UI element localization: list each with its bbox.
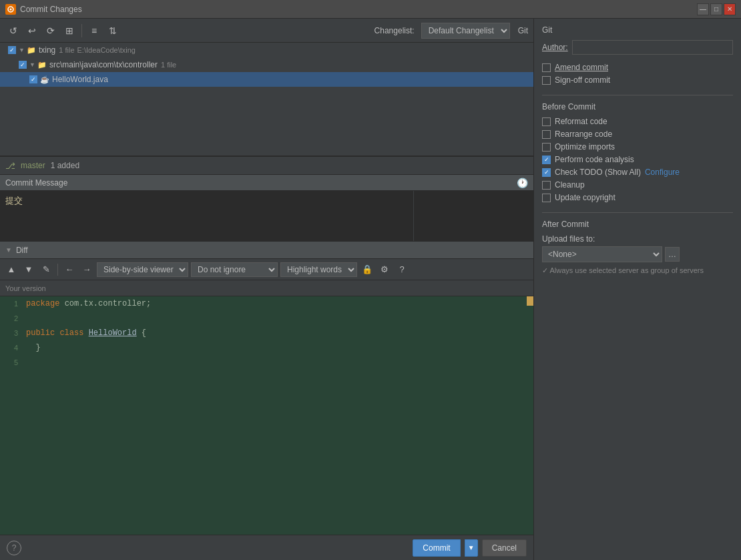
tree-checkbox-txing[interactable]: ✓	[8, 46, 16, 54]
diff-title: Diff	[16, 246, 28, 255]
analyze-checkbox[interactable]: ✓	[542, 156, 551, 164]
cleanup-checkbox[interactable]	[542, 181, 551, 190]
diff-header[interactable]: ▼ Diff	[0, 242, 533, 259]
tree-checkbox-controller[interactable]: ✓	[19, 61, 27, 69]
line-num-4: 4	[0, 344, 23, 352]
undo-button[interactable]: ↩	[24, 23, 40, 39]
main-toolbar: ↺ ↩ ⟳ ⊞ ≡ ⇅ Changelist: Default Changeli…	[0, 19, 533, 43]
diff-content: Your version 1 package com.tx.controller…	[0, 280, 533, 535]
tree-checkbox-helloworld[interactable]: ✓	[29, 75, 37, 83]
commit-msg-left: 提交	[0, 191, 413, 241]
close-button[interactable]: ✕	[724, 3, 736, 15]
cancel-button[interactable]: Cancel	[482, 539, 527, 557]
app-icon	[5, 4, 16, 15]
diff-marker	[527, 296, 533, 306]
code-line-3: 3 public class HelloWorld {	[0, 326, 533, 340]
tree-item-helloworld[interactable]: ✓ ☕ HelloWorld.java	[0, 72, 533, 87]
amend-checkbox[interactable]	[542, 63, 551, 72]
copyright-row: Update copyright	[542, 193, 733, 202]
optimize-checkbox[interactable]	[542, 143, 551, 152]
help-diff-button[interactable]: ?	[395, 262, 409, 277]
lock-button[interactable]: 🔒	[360, 262, 375, 277]
git-label: Git	[518, 26, 528, 35]
code-line-1: 1 package com.tx.controller;	[0, 296, 533, 311]
author-input[interactable]	[572, 40, 733, 55]
prev-diff-button[interactable]: ←	[62, 262, 77, 277]
right-panel: Git Author: Amend commit Sign-off commit…	[534, 19, 741, 560]
tree-arrow-controller: ▼	[29, 61, 35, 68]
commit-msg-label: Commit Message	[5, 178, 67, 188]
viewer-select[interactable]: Side-by-side viewer Unified viewer	[97, 262, 188, 277]
maximize-button[interactable]: □	[710, 3, 722, 15]
changelist-label: Changelist:	[375, 26, 415, 35]
svg-point-1	[10, 8, 12, 10]
commit-button[interactable]: Commit	[413, 539, 460, 557]
always-use-label: ✓ Always use selected server as group of…	[542, 266, 733, 275]
commit-msg-header: Commit Message 🕐	[0, 175, 533, 191]
changelist-select[interactable]: Default Changelist	[421, 23, 510, 39]
tree-item-txing[interactable]: ✓ ▼ 📁 txing 1 file E:\IdeaCode\txing	[0, 43, 533, 57]
main-layout: ↺ ↩ ⟳ ⊞ ≡ ⇅ Changelist: Default Changeli…	[0, 19, 741, 560]
diff-tb-sep	[57, 264, 58, 276]
author-label: Author:	[542, 43, 568, 52]
diff-toolbar: ▲ ▼ ✎ ← → Side-by-side viewer Unified vi…	[0, 259, 533, 280]
line-content-4: }	[23, 343, 41, 352]
checktodo-row: ✓ Check TODO (Show All) Configure	[542, 168, 733, 177]
signoff-commit-row: Sign-off commit	[542, 75, 733, 85]
title-bar: Commit Changes — □ ✕	[0, 0, 741, 19]
line-num-5: 5	[0, 358, 23, 366]
line-num-3: 3	[0, 329, 23, 337]
next-diff-button[interactable]: →	[79, 262, 94, 277]
reformat-label: Reformat code	[555, 117, 607, 126]
filter-button[interactable]: ⇅	[105, 23, 121, 39]
prev-change-button[interactable]: ▲	[4, 262, 19, 277]
diff-your-version-label: Your version	[0, 280, 533, 296]
code-line-2: 2	[0, 311, 533, 326]
upload-select[interactable]: <None> GitHub FTP	[542, 246, 662, 262]
rearrange-checkbox[interactable]	[542, 130, 551, 139]
tree-name-helloworld: HelloWorld.java	[52, 75, 108, 84]
git-section-title: Git	[542, 25, 733, 35]
help-button[interactable]: ?	[7, 541, 21, 555]
sort-button[interactable]: ≡	[86, 23, 102, 39]
branch-icon: ⎇	[5, 161, 15, 171]
analyze-row: ✓ Perform code analysis	[542, 155, 733, 164]
optimize-row: Optimize imports	[542, 142, 733, 152]
file-tree: ✓ ▼ 📁 txing 1 file E:\IdeaCode\txing ✓ ▼…	[0, 43, 533, 156]
configure-link[interactable]: Configure	[645, 168, 680, 177]
checktodo-label: Check TODO (Show All)	[555, 168, 641, 177]
commit-dropdown-button[interactable]: ▼	[465, 539, 478, 557]
left-panel: ↺ ↩ ⟳ ⊞ ≡ ⇅ Changelist: Default Changeli…	[0, 19, 534, 560]
refresh-button[interactable]: ↺	[5, 23, 21, 39]
status-bar: ⎇ master 1 added	[0, 156, 533, 175]
minimize-button[interactable]: —	[697, 3, 709, 15]
before-commit-heading: Before Commit	[542, 102, 733, 111]
checktodo-checkbox[interactable]: ✓	[542, 168, 551, 177]
history-icon[interactable]: 🕐	[517, 178, 528, 188]
signoff-checkbox[interactable]	[542, 76, 551, 85]
settings-button[interactable]: ⚙	[377, 262, 392, 277]
cleanup-row: Cleanup	[542, 180, 733, 190]
tree-count-controller: 1 file	[161, 61, 176, 69]
copyright-checkbox[interactable]	[542, 194, 551, 202]
commit-message-section: Commit Message 🕐 提交	[0, 175, 533, 242]
amend-commit-row: Amend commit	[542, 63, 733, 72]
tree-item-controller[interactable]: ✓ ▼ 📁 src\main\java\com\tx\controller 1 …	[0, 57, 533, 72]
diff-button[interactable]: ⟳	[43, 23, 59, 39]
reformat-checkbox[interactable]	[542, 117, 551, 126]
commit-msg-input[interactable]: 提交	[0, 191, 413, 241]
upload-more-button[interactable]: …	[665, 247, 680, 262]
code-line-5: 5	[0, 355, 533, 370]
ignore-select[interactable]: Do not ignore Ignore whitespace	[191, 262, 278, 277]
group-button[interactable]: ⊞	[61, 23, 77, 39]
edit-source-button[interactable]: ✎	[39, 262, 53, 277]
diff-code-area: 1 package com.tx.controller; 2 3 public …	[0, 296, 533, 535]
analyze-label: Perform code analysis	[555, 155, 634, 164]
next-change-button[interactable]: ▼	[21, 262, 36, 277]
tree-arrow-txing: ▼	[19, 47, 25, 53]
folder-icon-ctrl: 📁	[37, 61, 47, 69]
highlight-select[interactable]: Highlight words Highlight lines No highl…	[280, 262, 357, 277]
copyright-label: Update copyright	[555, 193, 615, 202]
after-commit-heading: After Commit	[542, 220, 733, 229]
tree-name-txing: txing	[39, 45, 55, 55]
